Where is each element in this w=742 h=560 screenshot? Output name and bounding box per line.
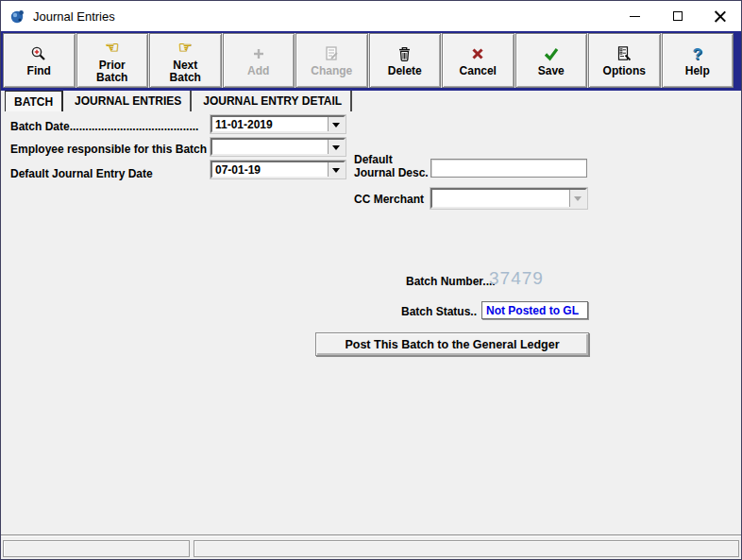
employee-combobox[interactable] [211, 138, 346, 156]
journal-entries-window: Journal Entries Find ☜ [0, 0, 742, 560]
default-journal-desc-label: Default Journal Desc. [354, 153, 429, 179]
default-journal-entry-date-dropdown-arrow-icon[interactable] [328, 162, 344, 177]
close-button[interactable] [699, 1, 741, 31]
green-check-icon [543, 43, 560, 64]
batch-date-dropdown-arrow-icon[interactable] [328, 117, 344, 131]
help-button[interactable]: ? Help [662, 33, 734, 88]
batch-status-box: Not Posted to GL [481, 301, 588, 319]
hand-left-icon: ☜ [105, 38, 119, 59]
cancel-button[interactable]: Cancel [442, 33, 514, 88]
next-batch-button-label: Next Batch [170, 59, 201, 84]
close-icon [715, 10, 726, 22]
question-mark-icon: ? [693, 43, 702, 64]
list-magnifier-icon [616, 43, 632, 64]
cancel-button-label: Cancel [460, 65, 497, 77]
options-button[interactable]: Options [588, 33, 661, 88]
default-journal-desc-input[interactable] [430, 159, 587, 178]
batch-date-label: Batch Date..............................… [10, 120, 198, 133]
maximize-icon [673, 11, 683, 21]
cc-merchant-label: CC Merchant [354, 193, 424, 206]
maximize-button[interactable] [656, 1, 699, 31]
status-bar [1, 535, 741, 559]
hand-right-icon: ☞ [178, 38, 193, 59]
batch-status-value: Not Posted to GL [486, 304, 579, 317]
batch-number-value: 37479 [489, 268, 544, 289]
cc-merchant-dropdown-arrow-icon [569, 190, 585, 207]
tab-journal-entry-detail[interactable]: JOURNAL ENTRY DETAIL [194, 91, 352, 111]
save-button-label: Save [538, 65, 565, 77]
app-icon [9, 8, 25, 25]
help-button-label: Help [685, 65, 710, 77]
status-panel-right [194, 540, 739, 557]
trash-icon [396, 43, 413, 64]
document-edit-icon [323, 43, 340, 64]
find-icon [30, 43, 47, 64]
delete-button-label: Delete [388, 65, 422, 77]
batch-number-label: Batch Number.... [406, 275, 496, 288]
minimize-icon [630, 16, 640, 17]
post-batch-button[interactable]: Post This Batch to the General Ledger [315, 332, 589, 356]
batch-date-combobox[interactable]: 11-01-2019 [211, 115, 346, 133]
prior-batch-button-label: Prior Batch [96, 59, 127, 84]
window-title: Journal Entries [33, 9, 115, 24]
status-panel-left [3, 540, 190, 557]
find-button-label: Find [27, 65, 51, 77]
find-button[interactable]: Find [3, 33, 76, 88]
toolbar: Find ☜ Prior Batch ☞ Next Batch Add [1, 31, 741, 91]
save-button[interactable]: Save [515, 33, 588, 88]
red-x-icon [470, 43, 485, 64]
add-button: Add [223, 33, 295, 88]
cc-merchant-value [432, 190, 569, 207]
tab-journal-entries[interactable]: JOURNAL ENTRIES [66, 91, 192, 111]
delete-button[interactable]: Delete [369, 33, 442, 88]
default-journal-entry-date-combobox[interactable]: 07-01-19 [211, 161, 346, 178]
options-button-label: Options [603, 65, 646, 77]
tab-strip: BATCH JOURNAL ENTRIES JOURNAL ENTRY DETA… [1, 91, 741, 111]
employee-value[interactable] [212, 140, 328, 154]
batch-date-value[interactable]: 11-01-2019 [212, 117, 328, 131]
next-batch-button[interactable]: ☞ Next Batch [149, 33, 222, 88]
employee-dropdown-arrow-icon[interactable] [328, 140, 344, 154]
batch-status-label: Batch Status.. [401, 305, 477, 318]
add-button-label: Add [247, 65, 269, 77]
minimize-button[interactable] [614, 1, 656, 31]
cc-merchant-combobox [430, 188, 587, 209]
titlebar: Journal Entries [1, 1, 741, 31]
tab-batch[interactable]: BATCH [5, 91, 63, 111]
plus-icon [251, 43, 266, 64]
change-button-label: Change [311, 65, 352, 77]
prior-batch-button[interactable]: ☜ Prior Batch [76, 33, 149, 88]
change-button: Change [295, 33, 368, 88]
default-journal-entry-date-label: Default Journal Entry Date [10, 167, 153, 180]
employee-label: Employee responsible for this Batch [10, 143, 207, 156]
batch-tab-panel: Batch Date..............................… [1, 111, 741, 535]
default-journal-entry-date-value[interactable]: 07-01-19 [212, 162, 328, 177]
